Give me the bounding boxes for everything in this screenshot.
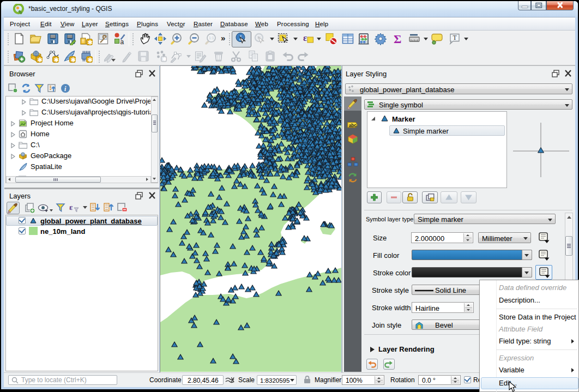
svg-text:T: T xyxy=(453,34,457,41)
svg-text:ε: ε xyxy=(303,33,307,43)
svg-text:✱: ✱ xyxy=(70,56,76,63)
svg-text:✱: ✱ xyxy=(87,39,93,45)
svg-text:1:1: 1:1 xyxy=(209,36,214,40)
svg-text:Σ: Σ xyxy=(394,32,401,45)
svg-text:✱: ✱ xyxy=(162,56,166,62)
svg-text:a: a xyxy=(120,38,124,45)
svg-text:✱: ✱ xyxy=(53,56,59,63)
svg-text:✱: ✱ xyxy=(37,56,43,63)
svg-text:abc: abc xyxy=(349,123,357,128)
svg-text:✱: ✱ xyxy=(87,56,93,63)
svg-text:ε: ε xyxy=(69,203,73,212)
